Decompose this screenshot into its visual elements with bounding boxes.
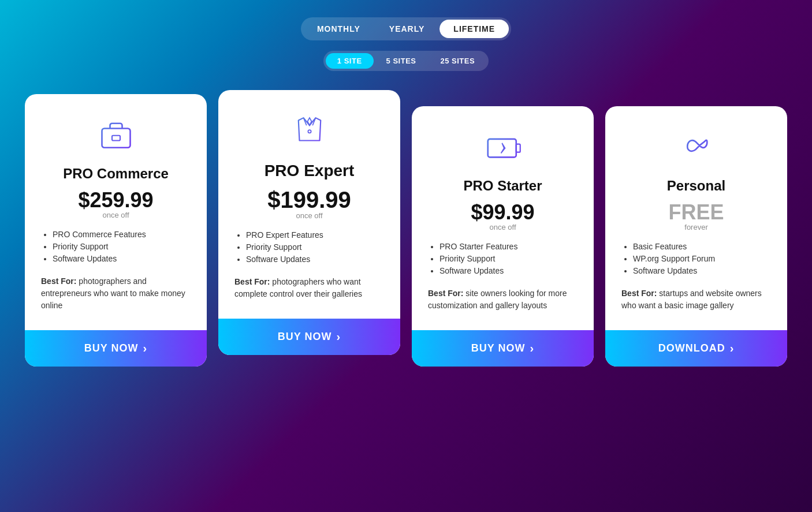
- pricing-cards: PRO Commerce $259.99 once off PRO Commer…: [25, 94, 787, 367]
- arrow-icon: ›: [530, 342, 535, 355]
- plan-period-pro-starter: once off: [489, 223, 516, 231]
- plan-name-pro-commerce: PRO Commerce: [63, 166, 169, 182]
- feature-item: Priority Support: [439, 254, 578, 263]
- feature-item: Software Updates: [633, 266, 771, 275]
- plan-name-pro-starter: PRO Starter: [463, 178, 542, 194]
- plan-price-personal: FREE: [668, 202, 724, 223]
- plan-period-personal: forever: [684, 223, 707, 231]
- feature-item: Software Updates: [53, 254, 191, 263]
- feature-item: PRO Starter Features: [439, 242, 578, 251]
- cta-pro-starter[interactable]: BUY NOW ›: [412, 330, 594, 367]
- sites-1[interactable]: 1 SITE: [326, 53, 374, 69]
- billing-toggle[interactable]: MONTHLY YEARLY LIFETIME: [301, 17, 511, 40]
- best-for-pro-starter: Best For: site owners looking for more c…: [428, 287, 578, 312]
- plan-pro-starter: PRO Starter $99.99 once off PRO Starter …: [412, 106, 594, 367]
- features-personal: Basic Features WP.org Support Forum Soft…: [621, 242, 771, 278]
- infinity-icon: [673, 124, 720, 170]
- arrow-icon: ›: [730, 342, 735, 355]
- feature-item: PRO Commerce Features: [53, 230, 191, 239]
- plan-name-pro-expert: PRO Expert: [265, 162, 355, 180]
- svg-rect-0: [102, 129, 130, 148]
- arrow-icon: ›: [143, 342, 148, 355]
- cta-pro-expert[interactable]: BUY NOW ›: [218, 319, 400, 355]
- svg-rect-4: [516, 144, 520, 152]
- svg-point-2: [308, 130, 311, 133]
- feature-item: Priority Support: [53, 242, 191, 251]
- plan-period-pro-expert: once off: [296, 211, 322, 220]
- billing-yearly[interactable]: YEARLY: [375, 20, 439, 38]
- briefcase-icon: [93, 111, 139, 158]
- svg-rect-3: [487, 139, 516, 158]
- plan-pro-expert: PRO Expert $199.99 once off PRO Expert F…: [218, 90, 400, 355]
- features-pro-commerce: PRO Commerce Features Priority Support S…: [41, 230, 191, 266]
- plan-price-pro-starter: $99.99: [471, 202, 534, 223]
- plan-period-pro-commerce: once off: [102, 211, 129, 219]
- feature-item: Software Updates: [439, 266, 578, 275]
- cta-personal[interactable]: DOWNLOAD ›: [605, 330, 787, 367]
- sites-25[interactable]: 25 SITES: [429, 53, 487, 69]
- plan-name-personal: Personal: [667, 178, 725, 194]
- feature-item: Software Updates: [246, 255, 384, 264]
- plan-price-pro-commerce: $259.99: [78, 190, 153, 211]
- plan-personal: Personal FREE forever Basic Features WP.…: [605, 106, 787, 367]
- sites-toggle[interactable]: 1 SITE 5 SITES 25 SITES: [323, 51, 489, 71]
- plan-price-pro-expert: $199.99: [267, 188, 351, 211]
- best-for-personal: Best For: startups and website owners wh…: [621, 287, 771, 312]
- features-pro-starter: PRO Starter Features Priority Support So…: [428, 242, 578, 278]
- features-pro-expert: PRO Expert Features Priority Support Sof…: [234, 230, 384, 267]
- sites-5[interactable]: 5 SITES: [375, 53, 428, 69]
- svg-rect-1: [112, 136, 120, 141]
- battery-icon: [480, 124, 526, 170]
- plan-pro-commerce: PRO Commerce $259.99 once off PRO Commer…: [25, 94, 207, 367]
- best-for-pro-commerce: Best For: photographers and entrepreneur…: [41, 275, 191, 312]
- cta-pro-commerce[interactable]: BUY NOW ›: [25, 330, 207, 367]
- best-for-pro-expert: Best For: photographers who want complet…: [234, 276, 384, 300]
- feature-item: WP.org Support Forum: [633, 254, 771, 263]
- feature-item: Basic Features: [633, 242, 771, 251]
- arrow-icon: ›: [337, 330, 341, 343]
- billing-lifetime[interactable]: LIFETIME: [439, 20, 509, 38]
- feature-item: PRO Expert Features: [246, 230, 384, 240]
- billing-monthly[interactable]: MONTHLY: [303, 20, 374, 38]
- suit-icon: [286, 107, 333, 154]
- feature-item: Priority Support: [246, 242, 384, 252]
